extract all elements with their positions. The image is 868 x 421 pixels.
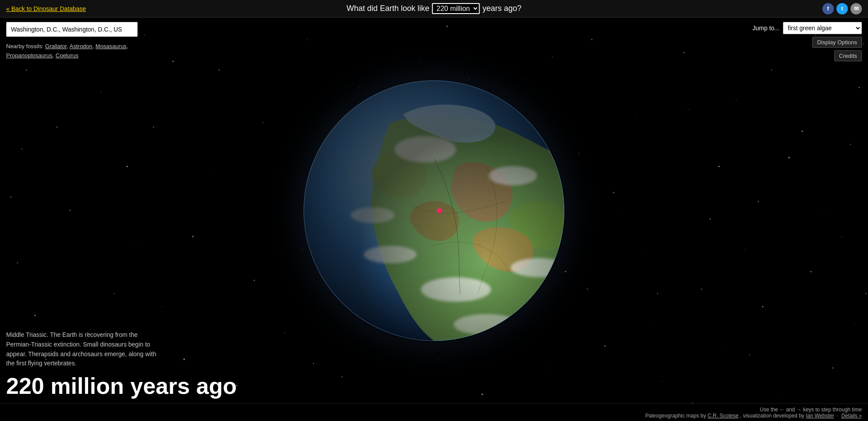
left-panel: Nearby fossils: Grallator, Astrodon, Mos… [6, 22, 164, 60]
jump-to-label: Jump to... [753, 25, 779, 32]
svg-point-1 [100, 92, 101, 92]
description: Middle Triassic. The Earth is recovering… [6, 330, 164, 368]
svg-point-14 [420, 61, 421, 62]
nearby-fossil-link[interactable]: Coelurus [56, 52, 78, 59]
svg-point-32 [17, 262, 18, 263]
svg-point-23 [657, 293, 658, 294]
svg-point-21 [613, 192, 615, 194]
svg-point-36 [285, 333, 285, 333]
credits-viz-author-link[interactable]: Ian Webster [806, 413, 834, 419]
svg-point-89 [623, 215, 623, 215]
location-input[interactable] [6, 22, 138, 37]
svg-point-54 [578, 153, 579, 154]
svg-point-59 [26, 70, 27, 71]
nearby-fossil-link[interactable]: Mosasaurus [96, 43, 127, 50]
svg-point-56 [701, 288, 702, 290]
svg-point-41 [548, 368, 548, 368]
email-icon[interactable]: ✉ [850, 3, 862, 14]
svg-point-37 [342, 376, 343, 378]
svg-point-34 [184, 359, 185, 360]
credits-button[interactable]: Credits [834, 50, 862, 61]
svg-point-44 [723, 350, 723, 350]
svg-point-8 [219, 70, 220, 71]
credits-author-link[interactable]: C.R. Scotese [708, 413, 739, 419]
svg-point-74 [172, 60, 174, 62]
title-suffix: years ago? [483, 4, 522, 13]
svg-point-28 [789, 157, 790, 159]
svg-point-26 [736, 100, 737, 101]
nearby-label: Nearby fossils: [6, 43, 43, 50]
svg-point-40 [481, 393, 483, 395]
jump-to-select[interactable]: first green algaefirst land plantsfirst … [783, 22, 862, 34]
title-prefix: What did Earth look like [346, 4, 429, 13]
svg-point-9 [263, 122, 263, 123]
svg-point-46 [832, 368, 834, 369]
svg-point-58 [810, 271, 811, 272]
svg-point-45 [780, 394, 781, 395]
svg-point-6 [70, 210, 71, 211]
credits-viz-text: , visualization developed by [740, 413, 804, 419]
svg-point-92 [863, 43, 864, 44]
svg-point-79 [688, 109, 689, 110]
display-options-button[interactable]: Display Options [812, 37, 862, 48]
svg-point-20 [591, 39, 592, 40]
svg-point-71 [824, 210, 824, 210]
svg-point-49 [135, 245, 136, 245]
svg-point-5 [35, 315, 36, 316]
svg-point-91 [745, 249, 746, 250]
svg-point-3 [192, 236, 194, 237]
svg-point-67 [587, 289, 588, 290]
svg-point-24 [683, 52, 684, 53]
globe-container [302, 79, 566, 342]
svg-point-10 [306, 39, 307, 40]
svg-point-57 [758, 201, 759, 202]
right-controls: Jump to... first green algaefirst land p… [753, 22, 862, 61]
svg-point-69 [718, 166, 719, 167]
svg-point-22 [636, 114, 636, 114]
svg-point-70 [771, 70, 772, 71]
svg-point-39 [438, 359, 438, 359]
svg-point-43 [662, 381, 662, 381]
svg-point-4 [21, 149, 22, 149]
bottom-bar: Use the ← and → keys to step through tim… [0, 403, 868, 421]
svg-point-61 [114, 293, 114, 294]
details-link[interactable]: Details » [841, 413, 862, 419]
svg-point-7 [126, 166, 128, 167]
twitter-icon[interactable]: t [836, 3, 848, 14]
svg-point-50 [254, 280, 255, 281]
header-center: What did Earth look like 220 million65 m… [346, 3, 521, 14]
svg-point-42 [605, 346, 606, 347]
facebook-icon[interactable]: f [822, 3, 834, 14]
svg-point-31 [859, 87, 860, 88]
jump-to-row: Jump to... first green algaefirst land p… [753, 22, 862, 34]
svg-point-30 [841, 236, 842, 237]
header-right: f t ✉ [822, 3, 862, 14]
svg-point-75 [313, 363, 314, 364]
svg-point-27 [762, 306, 763, 307]
svg-point-80 [749, 354, 750, 355]
time-select[interactable]: 220 million65 million100 million150 mill… [432, 3, 480, 14]
svg-point-25 [710, 219, 711, 220]
back-link[interactable]: « Back to Dinosaur Database [6, 5, 86, 12]
globe[interactable] [302, 79, 566, 342]
bottom-bar-text: Use the ← and → keys to step through tim… [645, 407, 862, 419]
svg-point-60 [57, 127, 58, 128]
svg-point-103 [304, 81, 564, 341]
svg-point-83 [11, 197, 12, 198]
svg-point-33 [162, 306, 162, 307]
svg-point-15 [446, 25, 448, 27]
nearby-fossils: Nearby fossils: Grallator, Astrodon, Mos… [6, 42, 164, 60]
svg-point-84 [153, 127, 154, 127]
credits-text: Paleogeographic maps by [645, 413, 706, 419]
svg-point-62 [210, 171, 211, 171]
svg-point-81 [802, 131, 803, 132]
svg-point-47 [854, 324, 855, 324]
globe-svg [302, 79, 566, 342]
nearby-fossil-link[interactable]: Astrodon [70, 43, 92, 50]
svg-point-72 [850, 144, 851, 145]
keyboard-hint: Use the ← and → keys to step through tim… [760, 407, 862, 413]
nearby-fossil-link[interactable]: Propanoplosaurus [6, 52, 53, 59]
description-text: Middle Triassic. The Earth is recovering… [6, 331, 156, 367]
year-label: 220 million years ago [6, 373, 237, 399]
nearby-fossil-link[interactable]: Grallator [45, 43, 67, 50]
